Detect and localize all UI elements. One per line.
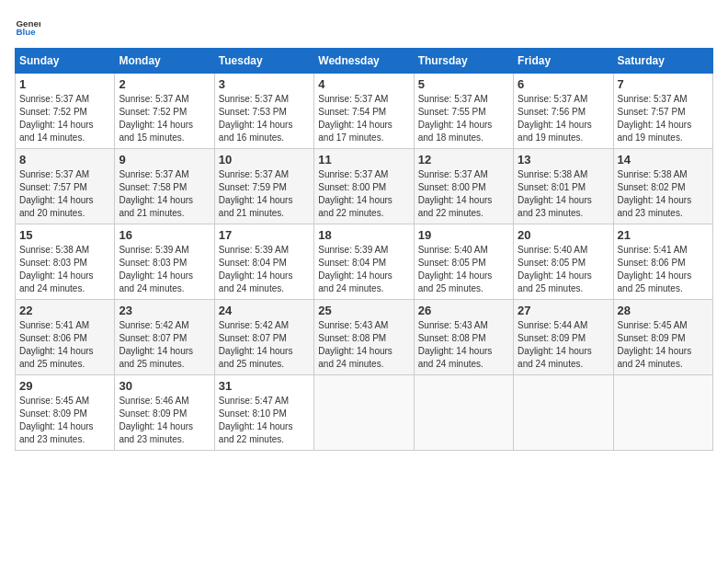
day-number: 4 xyxy=(318,77,409,91)
day-number: 11 xyxy=(318,153,409,167)
day-info: Sunrise: 5:37 AMSunset: 7:52 PMDaylight:… xyxy=(119,93,210,144)
header-monday: Monday xyxy=(115,49,214,74)
calendar-week-5: 29Sunrise: 5:45 AMSunset: 8:09 PMDayligh… xyxy=(16,375,713,451)
calendar-cell: 17Sunrise: 5:39 AMSunset: 8:04 PMDayligh… xyxy=(214,224,313,300)
calendar-cell xyxy=(613,375,712,451)
calendar-cell: 28Sunrise: 5:45 AMSunset: 8:09 PMDayligh… xyxy=(613,300,712,375)
calendar-cell: 29Sunrise: 5:45 AMSunset: 8:09 PMDayligh… xyxy=(16,375,115,451)
calendar-cell: 30Sunrise: 5:46 AMSunset: 8:09 PMDayligh… xyxy=(115,375,214,451)
day-number: 8 xyxy=(19,153,110,167)
day-info: Sunrise: 5:37 AMSunset: 7:58 PMDaylight:… xyxy=(119,168,210,220)
calendar-cell: 31Sunrise: 5:47 AMSunset: 8:10 PMDayligh… xyxy=(214,375,313,451)
calendar-cell: 18Sunrise: 5:39 AMSunset: 8:04 PMDayligh… xyxy=(314,224,414,300)
day-info: Sunrise: 5:37 AMSunset: 7:57 PMDaylight:… xyxy=(618,93,709,144)
header: General Blue xyxy=(15,15,713,40)
day-info: Sunrise: 5:40 AMSunset: 8:05 PMDaylight:… xyxy=(518,244,609,295)
day-info: Sunrise: 5:37 AMSunset: 8:00 PMDaylight:… xyxy=(318,168,409,220)
day-info: Sunrise: 5:37 AMSunset: 7:55 PMDaylight:… xyxy=(418,93,509,144)
day-info: Sunrise: 5:37 AMSunset: 7:54 PMDaylight:… xyxy=(318,93,409,144)
day-info: Sunrise: 5:41 AMSunset: 8:06 PMDaylight:… xyxy=(618,244,709,295)
calendar-cell xyxy=(514,375,613,451)
day-info: Sunrise: 5:37 AMSunset: 7:52 PMDaylight:… xyxy=(19,93,110,144)
day-number: 25 xyxy=(318,304,409,317)
header-saturday: Saturday xyxy=(613,49,712,74)
calendar-week-4: 22Sunrise: 5:41 AMSunset: 8:06 PMDayligh… xyxy=(16,300,713,375)
day-info: Sunrise: 5:38 AMSunset: 8:03 PMDaylight:… xyxy=(19,244,110,295)
calendar-cell: 6Sunrise: 5:37 AMSunset: 7:56 PMDaylight… xyxy=(514,74,613,149)
day-info: Sunrise: 5:37 AMSunset: 7:53 PMDaylight:… xyxy=(219,93,310,144)
day-number: 19 xyxy=(418,228,509,242)
day-number: 3 xyxy=(219,77,310,91)
calendar-cell: 3Sunrise: 5:37 AMSunset: 7:53 PMDaylight… xyxy=(214,74,313,149)
day-number: 18 xyxy=(318,228,409,242)
header-thursday: Thursday xyxy=(414,49,513,74)
calendar-cell: 21Sunrise: 5:41 AMSunset: 8:06 PMDayligh… xyxy=(613,224,712,300)
logo-icon: General Blue xyxy=(15,15,40,40)
calendar-cell: 24Sunrise: 5:42 AMSunset: 8:07 PMDayligh… xyxy=(214,300,313,375)
day-info: Sunrise: 5:43 AMSunset: 8:08 PMDaylight:… xyxy=(318,319,409,371)
svg-text:Blue: Blue xyxy=(16,27,36,37)
day-info: Sunrise: 5:45 AMSunset: 8:09 PMDaylight:… xyxy=(19,395,110,446)
day-number: 26 xyxy=(418,304,509,317)
calendar-cell xyxy=(414,375,513,451)
calendar-cell: 8Sunrise: 5:37 AMSunset: 7:57 PMDaylight… xyxy=(16,149,115,224)
day-info: Sunrise: 5:43 AMSunset: 8:08 PMDaylight:… xyxy=(418,319,509,371)
calendar-cell xyxy=(314,375,414,451)
day-info: Sunrise: 5:37 AMSunset: 7:57 PMDaylight:… xyxy=(19,168,110,220)
calendar-header-row: SundayMondayTuesdayWednesdayThursdayFrid… xyxy=(16,49,713,74)
day-info: Sunrise: 5:38 AMSunset: 8:02 PMDaylight:… xyxy=(618,168,709,220)
calendar-cell: 16Sunrise: 5:39 AMSunset: 8:03 PMDayligh… xyxy=(115,224,214,300)
header-tuesday: Tuesday xyxy=(214,49,313,74)
day-number: 29 xyxy=(19,379,110,393)
day-info: Sunrise: 5:47 AMSunset: 8:10 PMDaylight:… xyxy=(219,395,310,446)
calendar-cell: 23Sunrise: 5:42 AMSunset: 8:07 PMDayligh… xyxy=(115,300,214,375)
calendar-cell: 19Sunrise: 5:40 AMSunset: 8:05 PMDayligh… xyxy=(414,224,513,300)
day-info: Sunrise: 5:41 AMSunset: 8:06 PMDaylight:… xyxy=(19,319,110,371)
header-friday: Friday xyxy=(514,49,613,74)
day-number: 9 xyxy=(119,153,210,167)
day-info: Sunrise: 5:37 AMSunset: 8:00 PMDaylight:… xyxy=(418,168,509,220)
day-number: 22 xyxy=(19,304,110,317)
calendar-cell: 11Sunrise: 5:37 AMSunset: 8:00 PMDayligh… xyxy=(314,149,414,224)
calendar-cell: 10Sunrise: 5:37 AMSunset: 7:59 PMDayligh… xyxy=(214,149,313,224)
calendar-cell: 14Sunrise: 5:38 AMSunset: 8:02 PMDayligh… xyxy=(613,149,712,224)
day-number: 16 xyxy=(119,228,210,242)
day-info: Sunrise: 5:39 AMSunset: 8:04 PMDaylight:… xyxy=(318,244,409,295)
day-number: 12 xyxy=(418,153,509,167)
day-info: Sunrise: 5:39 AMSunset: 8:04 PMDaylight:… xyxy=(219,244,310,295)
day-info: Sunrise: 5:42 AMSunset: 8:07 PMDaylight:… xyxy=(219,319,310,371)
day-number: 2 xyxy=(119,77,210,91)
day-number: 27 xyxy=(518,304,609,317)
day-number: 6 xyxy=(518,77,609,91)
day-number: 10 xyxy=(219,153,310,167)
calendar-cell: 26Sunrise: 5:43 AMSunset: 8:08 PMDayligh… xyxy=(414,300,513,375)
calendar-week-1: 1Sunrise: 5:37 AMSunset: 7:52 PMDaylight… xyxy=(16,74,713,149)
calendar-cell: 25Sunrise: 5:43 AMSunset: 8:08 PMDayligh… xyxy=(314,300,414,375)
header-wednesday: Wednesday xyxy=(314,49,414,74)
calendar-cell: 2Sunrise: 5:37 AMSunset: 7:52 PMDaylight… xyxy=(115,74,214,149)
day-info: Sunrise: 5:40 AMSunset: 8:05 PMDaylight:… xyxy=(418,244,509,295)
calendar-cell: 15Sunrise: 5:38 AMSunset: 8:03 PMDayligh… xyxy=(16,224,115,300)
day-number: 24 xyxy=(219,304,310,317)
day-number: 31 xyxy=(219,379,310,393)
calendar-cell: 9Sunrise: 5:37 AMSunset: 7:58 PMDaylight… xyxy=(115,149,214,224)
day-info: Sunrise: 5:38 AMSunset: 8:01 PMDaylight:… xyxy=(518,168,609,220)
calendar-cell: 1Sunrise: 5:37 AMSunset: 7:52 PMDaylight… xyxy=(16,74,115,149)
calendar-cell: 13Sunrise: 5:38 AMSunset: 8:01 PMDayligh… xyxy=(514,149,613,224)
day-number: 28 xyxy=(618,304,709,317)
day-number: 21 xyxy=(618,228,709,242)
calendar-cell: 22Sunrise: 5:41 AMSunset: 8:06 PMDayligh… xyxy=(16,300,115,375)
logo: General Blue xyxy=(15,15,44,40)
calendar-week-2: 8Sunrise: 5:37 AMSunset: 7:57 PMDaylight… xyxy=(16,149,713,224)
day-number: 7 xyxy=(618,77,709,91)
calendar-table: SundayMondayTuesdayWednesdayThursdayFrid… xyxy=(15,48,713,451)
day-info: Sunrise: 5:37 AMSunset: 7:56 PMDaylight:… xyxy=(518,93,609,144)
calendar-cell: 12Sunrise: 5:37 AMSunset: 8:00 PMDayligh… xyxy=(414,149,513,224)
calendar-week-3: 15Sunrise: 5:38 AMSunset: 8:03 PMDayligh… xyxy=(16,224,713,300)
day-number: 15 xyxy=(19,228,110,242)
header-sunday: Sunday xyxy=(16,49,115,74)
day-number: 20 xyxy=(518,228,609,242)
calendar-cell: 20Sunrise: 5:40 AMSunset: 8:05 PMDayligh… xyxy=(514,224,613,300)
calendar-cell: 4Sunrise: 5:37 AMSunset: 7:54 PMDaylight… xyxy=(314,74,414,149)
day-number: 5 xyxy=(418,77,509,91)
